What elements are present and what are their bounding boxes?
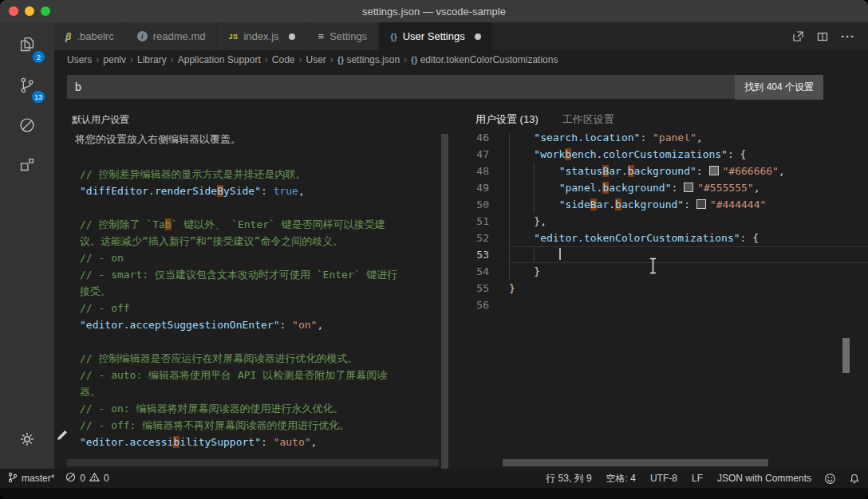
code-text[interactable]: "sideBar.background": "#444444" [509,196,868,213]
code-text[interactable]: "panel.background": "#555555", [509,179,868,196]
problems-status[interactable]: 0 0 [65,472,108,485]
left-horizontal-scrollbar[interactable] [67,459,439,466]
code-line[interactable]: // 控制差异编辑器的显示方式是并排还是内联。 [80,166,467,183]
extensions-icon [17,155,37,179]
code-line[interactable]: // - smart: 仅当建议包含文本改动时才可使用 `Enter` 键进行 [80,266,467,283]
code-line[interactable]: "diffEditor.renderSideBySide": true, [80,183,467,199]
code-line[interactable]: // 控制编辑器是否应运行在对屏幕阅读器进行优化的模式。 [80,350,467,367]
tab-index-js[interactable]: JSindex.js [217,22,306,50]
code-text[interactable]: } [509,263,868,280]
status-cursor-position[interactable]: 行 53, 列 9 [546,472,591,485]
code-line[interactable] [80,199,467,216]
breadcrumb-item-editor-tokencolorcustomizations[interactable]: {}editor.tokenColorCustomizations [411,54,558,65]
code-line-46[interactable]: 46 "search.location": "panel", [467,134,868,146]
code-text[interactable]: } [509,280,868,297]
tab-babelrc[interactable]: β.babelrc [54,22,126,50]
tab-user-settings[interactable]: {}User Settings [379,22,493,50]
code-line[interactable] [80,333,467,350]
color-swatch[interactable] [696,199,706,209]
right-vertical-scrollbar[interactable] [842,338,850,373]
notifications-bell-icon[interactable] [849,473,860,485]
settings-search-input[interactable] [67,75,735,99]
title-bar[interactable]: settings.json — vscode-sample [0,0,868,22]
modified-dot-icon[interactable] [475,33,481,40]
feedback-smiley-icon[interactable] [824,473,836,485]
line-number: 55 [467,280,489,297]
code-text[interactable] [509,297,868,313]
tab-readme-md[interactable]: ireadme.md [126,22,218,50]
edit-pencil-icon[interactable] [56,429,70,443]
default-settings-pane: 默认用户设置 将您的设置放入右侧编辑器以覆盖。 // 控制差异编辑器的显示方式是… [54,105,467,469]
right-horizontal-scrollbar[interactable] [503,459,768,466]
breadcrumb-label: Code [272,54,295,65]
default-settings-code[interactable]: // 控制差异编辑器的显示方式是并排还是内联。"diffEditor.rende… [80,166,467,450]
code-lines: 46 "search.location": "panel",47 "workbe… [467,134,868,313]
modified-dot-icon[interactable] [289,33,295,40]
more-actions-icon[interactable]: ··· [841,29,855,43]
left-vertical-scrollbar[interactable] [441,134,448,469]
line-number: 52 [467,230,489,246]
close-window-button[interactable] [9,6,18,16]
activity-bar-item-explorer[interactable]: 2 [7,27,47,67]
code-line[interactable]: // 控制除了 `Tab` 键以外、 `Enter` 键是否同样可以接受建 [80,216,467,233]
code-line[interactable]: // - on: 编辑器将对屏幕阅读器的使用进行永久优化。 [80,400,467,417]
breadcrumb-item-penlv[interactable]: penlv [103,54,126,65]
activity-bar-item-debug[interactable] [7,107,47,147]
color-swatch[interactable] [684,183,693,192]
code-text[interactable]: "statusBar.background": "#666666", [509,163,868,179]
breadcrumb-item-application-support[interactable]: Application Support [178,54,261,65]
code-line-53[interactable]: 53 [467,246,868,263]
git-branch-status[interactable]: master* [8,472,54,485]
manage-gear-icon[interactable] [7,419,47,459]
line-number: 46 [467,134,489,146]
code-line[interactable]: "editor.accessibilitySupport": "auto", [80,434,467,450]
code-text[interactable]: "search.location": "panel", [509,134,868,146]
status-indentation[interactable]: 空格: 4 [606,472,636,485]
activity-bar-item-extensions[interactable] [7,147,47,187]
code-line[interactable]: "editor.acceptSuggestionOnEnter": "on", [80,316,467,333]
status-encoding[interactable]: UTF-8 [650,473,677,484]
zoom-window-button[interactable] [41,6,50,16]
breadcrumb-item-code[interactable]: Code [272,54,295,65]
code-line[interactable]: 器。 [80,383,467,400]
code-line-51[interactable]: 51 }, [467,213,868,230]
scope-tab-[interactable]: 工作区设置 [562,112,614,127]
minimize-window-button[interactable] [25,6,34,16]
breadcrumb: Users›penlv›Library›Application Support›… [54,50,868,69]
code-line[interactable]: 议。这能减少“插入新行”和“接受建议”命令之间的歧义。 [80,233,467,250]
tab-settings[interactable]: ≡Settings [307,22,380,50]
code-text[interactable]: }, [509,213,868,230]
activity-bar-item-source-control[interactable]: 13 [7,67,47,107]
code-line[interactable]: // - auto: 编辑器将使用平台 API 以检测是否附加了屏幕阅读 [80,367,467,383]
breadcrumb-item-user[interactable]: User [306,54,326,65]
code-line-50[interactable]: 50 "sideBar.background": "#444444" [467,196,868,213]
open-to-side-icon[interactable] [791,30,804,43]
color-swatch[interactable] [709,166,719,175]
code-line-47[interactable]: 47 "workbench.colorCustomizations": { [467,146,868,163]
code-line-55[interactable]: 55} [467,280,868,297]
breadcrumb-item-settings-json[interactable]: {}settings.json [337,54,400,65]
code-line[interactable]: 接受。 [80,283,467,300]
status-language-mode[interactable]: JSON with Comments [717,473,811,484]
code-line[interactable]: // - off [80,300,467,316]
code-line-52[interactable]: 52 "editor.tokenColorCustomizations": { [467,230,868,246]
code-text[interactable] [509,246,868,263]
breadcrumb-label: Application Support [178,54,261,65]
code-line-54[interactable]: 54 } [467,263,868,280]
user-settings-editor[interactable]: 46 "search.location": "panel",47 "workbe… [467,134,868,469]
breadcrumb-item-users[interactable]: Users [67,54,92,65]
code-line-56[interactable]: 56 [467,297,868,313]
code-line-49[interactable]: 49 "panel.background": "#555555", [467,179,868,196]
code-line[interactable]: // - off: 编辑器将不再对屏幕阅读器的使用进行优化。 [80,417,467,434]
scope-tab-13[interactable]: 用户设置 (13) [475,112,539,127]
settings-scope-tabs: 用户设置 (13)工作区设置 [467,105,868,134]
info-file-icon: i [137,31,148,41]
breadcrumb-item-library[interactable]: Library [137,54,167,65]
split-editor-icon[interactable] [816,30,829,43]
code-text[interactable]: "workbench.colorCustomizations": { [509,146,868,163]
settings-search-box: 找到 404 个设置 [67,75,823,99]
code-line[interactable]: // - on [80,250,467,266]
status-eol[interactable]: LF [692,473,703,484]
code-line-48[interactable]: 48 "statusBar.background": "#666666", [467,163,868,179]
code-text[interactable]: "editor.tokenColorCustomizations": { [509,230,868,246]
